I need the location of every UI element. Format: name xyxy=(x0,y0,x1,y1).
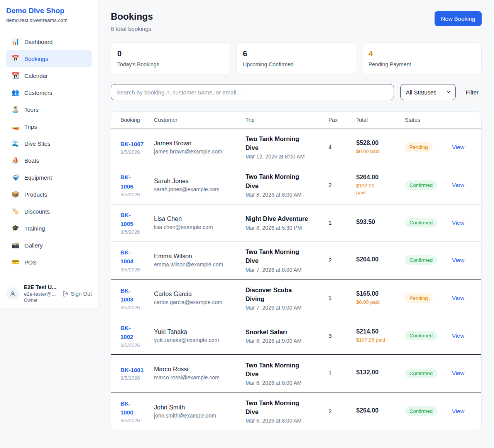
dive-mask-icon: 🤿 xyxy=(12,174,19,180)
user-name: E2E Test U... xyxy=(24,284,56,290)
customer-email: emma.wilson@example.com xyxy=(154,261,241,268)
bookings-table-card: Booking Customer Trip Pax Total Status B… xyxy=(111,111,482,430)
chevron-down-icon xyxy=(446,90,451,94)
booking-id-link[interactable]: BK- 1003 xyxy=(120,286,149,304)
booking-date: 3/5/2026 xyxy=(120,229,149,235)
brand-link[interactable]: Demo Dive Shop xyxy=(6,7,92,15)
page-title: Bookings xyxy=(111,11,153,22)
col-header-customer: Customer xyxy=(154,112,245,128)
filter-row: All Statuses Filter xyxy=(111,84,482,100)
col-header-total: Total xyxy=(356,112,405,128)
trip-time: Mar 7, 2026 at 8:00 AM xyxy=(245,267,324,273)
table-row: BK- 1004 3/5/2026 Emma Wilson emma.wilso… xyxy=(111,241,481,279)
user-block: E2E Test U... e2e-tester@... Owner Sign … xyxy=(0,279,98,308)
booking-date: 3/5/2026 xyxy=(120,375,149,381)
pax-count: 1 xyxy=(328,219,332,226)
sidebar-item-pos[interactable]: 💳 POS xyxy=(6,254,92,271)
paid-amount: $0.00 paid xyxy=(356,299,400,306)
status-badge: Confirmed xyxy=(405,406,437,416)
booking-id-link[interactable]: BK-1001 xyxy=(120,365,149,374)
sidebar-item-dive-sites[interactable]: 🌊 Dive Sites xyxy=(6,135,92,152)
tear-calendar-icon: 📆 xyxy=(12,72,19,79)
sidebar-item-boats[interactable]: ⛵ Boats xyxy=(6,152,92,169)
trip-time: Mar 8, 2026 at 5:30 PM xyxy=(245,225,324,231)
table-row: BK-1007 3/5/2026 James Brown james.brown… xyxy=(111,128,481,166)
trip-name: Night Dive Adventure xyxy=(245,214,324,223)
view-link[interactable]: View xyxy=(452,332,464,339)
trip-name: Snorkel Safari xyxy=(245,328,324,337)
sign-out-button[interactable]: Sign Out xyxy=(63,291,92,297)
sidebar-item-discounts[interactable]: 🏷️ Discounts xyxy=(6,203,92,220)
col-header-status: Status xyxy=(405,112,452,128)
customer-name: Marco Rossi xyxy=(154,366,241,373)
trip-name: Two Tank Morning Dive xyxy=(245,135,324,152)
view-link[interactable]: View xyxy=(452,257,464,263)
paid-amount: $132.00 paid xyxy=(356,182,400,196)
paid-amount: $107.25 paid xyxy=(356,337,400,344)
status-filter-select[interactable]: All Statuses xyxy=(400,84,456,100)
customer-email: sarah.jones@example.com xyxy=(154,186,241,192)
trip-time: Mar 7, 2026 at 9:00 AM xyxy=(245,305,324,311)
sidebar-item-calendar[interactable]: 📆 Calendar xyxy=(6,67,92,84)
customer-name: Carlos Garcia xyxy=(154,291,241,298)
status-badge: Confirmed xyxy=(405,331,437,340)
trip-time: Mar 12, 2026 at 8:00 AM xyxy=(245,153,324,160)
sidebar-item-tours[interactable]: 🏝️ Tours xyxy=(6,101,92,118)
table-row: BK- 1002 3/5/2026 Yuki Tanaka yuki.tanak… xyxy=(111,317,481,355)
view-link[interactable]: View xyxy=(452,295,464,301)
booking-id-link[interactable]: BK- 1002 xyxy=(120,323,149,342)
tag-icon: 🏷️ xyxy=(12,208,19,214)
stats-row: 0 Today's Bookings 6 Upcoming Confirmed … xyxy=(111,42,482,74)
filter-button[interactable]: Filter xyxy=(466,89,479,96)
people-icon: 👥 xyxy=(12,89,19,96)
trip-time: Mar 6, 2026 at 9:00 AM xyxy=(245,338,324,344)
sidebar-item-dashboard[interactable]: 📊 Dashboard xyxy=(6,33,92,50)
sidebar-item-products[interactable]: 📦 Products xyxy=(6,186,92,203)
avatar xyxy=(6,287,19,300)
trip-time: Mar 6, 2026 at 8:00 AM xyxy=(245,418,324,424)
speedboat-icon: 🚤 xyxy=(12,123,19,130)
sidebar-item-bookings[interactable]: 📅 Bookings xyxy=(6,50,92,67)
stat-label: Today's Bookings xyxy=(117,61,224,67)
booking-id-link[interactable]: BK- 1006 xyxy=(120,173,149,191)
stat-label: Upcoming Confirmed xyxy=(243,61,349,67)
person-icon xyxy=(10,291,16,297)
new-booking-button[interactable]: New Booking xyxy=(435,11,482,26)
trip-time: Mar 6, 2026 at 8:00 AM xyxy=(245,380,324,386)
booking-id-link[interactable]: BK-1007 xyxy=(120,140,149,148)
status-badge: Confirmed xyxy=(405,369,437,378)
view-link[interactable]: View xyxy=(452,144,464,150)
stat-card-todays-bookings: 0 Today's Bookings xyxy=(111,42,230,74)
sidebar-item-customers[interactable]: 👥 Customers xyxy=(6,84,92,101)
sidebar-item-trips[interactable]: 🚤 Trips xyxy=(6,118,92,135)
user-info: E2E Test U... e2e-tester@... Owner xyxy=(24,284,56,303)
view-link[interactable]: View xyxy=(452,219,464,226)
user-role: Owner xyxy=(24,298,56,303)
customer-name: Emma Wilson xyxy=(154,253,241,260)
booking-id-link[interactable]: BK- 1005 xyxy=(120,211,149,229)
view-link[interactable]: View xyxy=(452,182,464,188)
package-icon: 📦 xyxy=(12,191,19,197)
total-amount: $264.00 xyxy=(356,256,400,263)
sidebar-item-equipment[interactable]: 🤿 Equipment xyxy=(6,169,92,186)
booking-id-link[interactable]: BK- 1004 xyxy=(120,248,149,266)
stat-value: 6 xyxy=(243,49,349,58)
customer-email: yuki.tanaka@example.com xyxy=(154,337,241,343)
col-header-booking: Booking xyxy=(111,112,154,128)
graduation-cap-icon: 🎓 xyxy=(12,225,19,231)
table-row: BK- 1005 3/5/2026 Lisa Chen lisa.chen@ex… xyxy=(111,204,481,241)
search-input[interactable] xyxy=(111,84,394,100)
col-header-trip: Trip xyxy=(245,112,328,128)
col-header-pax: Pax xyxy=(328,112,356,128)
status-badge: Confirmed xyxy=(405,255,437,265)
view-link[interactable]: View xyxy=(452,370,464,376)
pax-count: 2 xyxy=(328,408,332,414)
booking-id-link[interactable]: BK- 1000 xyxy=(120,399,149,417)
status-badge: Confirmed xyxy=(405,180,437,190)
total-amount: $93.50 xyxy=(356,219,400,226)
sidebar-item-training[interactable]: 🎓 Training xyxy=(6,220,92,237)
brand-block: Demo Dive Shop demo.test.divestreams.com xyxy=(0,0,98,29)
sidebar-item-gallery[interactable]: 📸 Gallery xyxy=(6,237,92,254)
status-badge: Pending xyxy=(405,142,433,152)
view-link[interactable]: View xyxy=(452,408,464,414)
